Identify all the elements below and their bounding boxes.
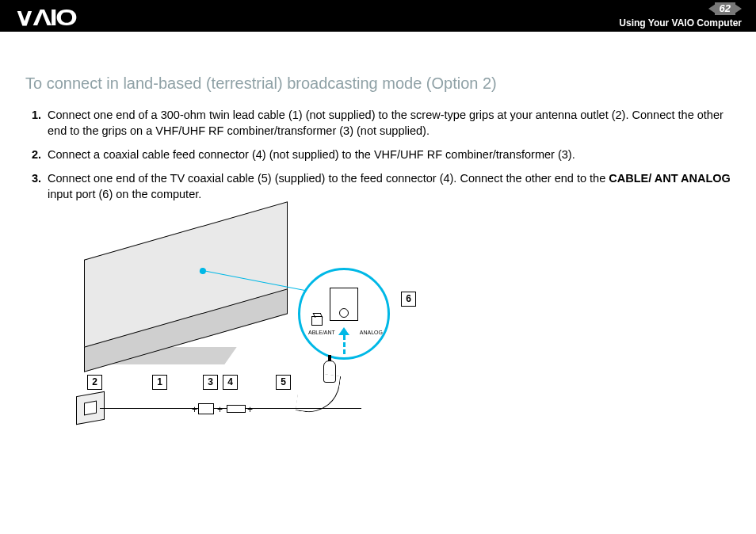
connector-plus-icon: + <box>217 404 223 415</box>
port-detail-bubble: ABLE/ANT ANALOG <box>298 268 390 360</box>
page-content: To connect in land-based (terrestrial) b… <box>0 32 756 438</box>
port-label-cableant: ABLE/ANT <box>308 330 335 335</box>
step-2: Connect a coaxial cable feed connector (… <box>44 147 731 162</box>
cable-chain: + + + <box>76 392 314 424</box>
callout-1: 1 <box>152 375 167 390</box>
port-label-analog: ANALOG <box>360 330 383 335</box>
callout-5: 5 <box>276 375 291 390</box>
page-number: 62 <box>715 2 735 15</box>
feed-connector-illustration <box>227 405 246 413</box>
step-1: Connect one end of a 300-ohm twin lead c… <box>44 107 731 139</box>
step-3-tail: input port (6) on the computer. <box>48 188 201 200</box>
instruction-list: Connect one end of a 300-ohm twin lead c… <box>25 107 731 202</box>
connector-plus-icon: + <box>192 404 197 415</box>
callout-6: 6 <box>401 292 416 307</box>
header-bar: ∨ΛIO 62 Using Your VAIO Computer <box>0 0 756 32</box>
callout-4: 4 <box>223 375 238 390</box>
tv-antenna-icon <box>311 316 323 326</box>
next-page-icon[interactable] <box>735 4 742 13</box>
computer-illustration <box>68 224 298 375</box>
page-nav: 62 <box>708 2 742 15</box>
rf-transformer-illustration <box>198 403 214 414</box>
callout-3: 3 <box>203 375 218 390</box>
connector-plus-icon: + <box>247 404 253 415</box>
step-3-lead: Connect one end of the TV coaxial cable … <box>48 172 609 185</box>
callout-2: 2 <box>87 375 102 390</box>
connection-diagram: ABLE/ANT ANALOG + + + 1 2 3 4 5 6 <box>60 224 488 438</box>
section-title: Using Your VAIO Computer <box>619 17 742 29</box>
page-title: To connect in land-based (terrestrial) b… <box>25 74 731 93</box>
step-3-bold: CABLE/ ANT ANALOG <box>609 172 731 185</box>
coax-port-icon <box>339 308 349 318</box>
step-3: Connect one end of the TV coaxial cable … <box>44 170 731 202</box>
vaio-logo: ∨ΛIO <box>14 3 76 31</box>
